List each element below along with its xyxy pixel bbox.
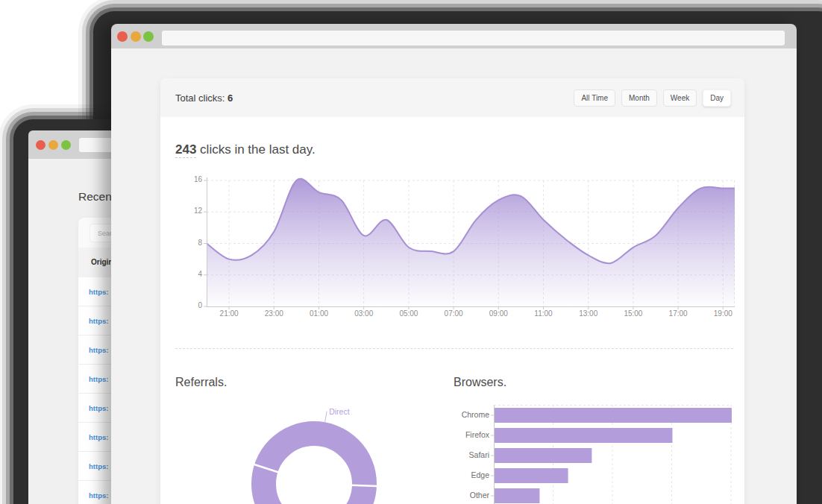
main-browser-window: Total clicks: 6 All TimeMonthWeekDay 243…: [111, 24, 797, 504]
pie-slice-label: Direct: [329, 407, 350, 416]
bar-other: [495, 488, 539, 503]
origin-link[interactable]: https:: [89, 288, 108, 296]
y-axis-tick-label: 4: [175, 270, 202, 278]
y-axis-tick-label: 0: [175, 301, 202, 309]
y-axis-tick-label: 8: [175, 239, 202, 247]
range-button-week[interactable]: Week: [663, 89, 697, 107]
bar-category-label: Safari: [442, 450, 489, 459]
origin-link[interactable]: https:: [89, 462, 108, 470]
bar-edge: [495, 468, 568, 483]
bar-category-label: Chrome: [442, 410, 489, 419]
browsers-title: Browsers.: [454, 376, 506, 389]
x-axis-tick-label: 07:00: [436, 309, 471, 318]
x-axis-tick-label: 21:00: [211, 309, 247, 318]
main-window-content: Total clicks: 6 All TimeMonthWeekDay 243…: [111, 48, 797, 504]
origin-link[interactable]: https:: [89, 433, 108, 441]
x-axis-tick-label: 15:00: [615, 309, 651, 318]
clicks-area-chart: 048121621:0023:0001:0003:0005:0007:0009:…: [207, 176, 735, 307]
y-axis-tick-label: 16: [175, 175, 202, 183]
minimize-icon[interactable]: [131, 31, 141, 42]
origin-link[interactable]: https:: [89, 491, 108, 500]
main-address-bar[interactable]: [162, 31, 785, 45]
bar-category-label: Firefox: [442, 430, 489, 439]
main-window-titlebar: [111, 24, 797, 48]
clicks-text: clicks in the last day.: [196, 142, 315, 157]
x-axis-tick-label: 13:00: [571, 309, 606, 318]
x-axis-tick-label: 09:00: [480, 309, 516, 318]
section-divider: [175, 348, 733, 349]
bar-safari: [495, 448, 592, 463]
minimize-icon[interactable]: [48, 140, 58, 150]
recent-links-heading: Recen: [78, 190, 112, 204]
origin-link[interactable]: https:: [89, 375, 108, 383]
bar-category-label: Edge: [442, 470, 489, 479]
clicks-count: 243: [175, 142, 196, 158]
bar-chrome: [495, 408, 732, 423]
maximize-icon[interactable]: [61, 140, 71, 150]
analytics-card: Total clicks: 6 All TimeMonthWeekDay 243…: [160, 78, 744, 504]
x-axis-tick-label: 17:00: [660, 309, 696, 318]
range-button-day[interactable]: Day: [703, 89, 731, 107]
bar-firefox: [495, 428, 673, 443]
x-axis-tick-label: 03:00: [346, 309, 382, 318]
origin-link[interactable]: https:: [89, 346, 108, 354]
y-axis-tick-label: 12: [175, 207, 202, 215]
origin-link[interactable]: https:: [89, 404, 108, 412]
x-axis-tick-label: 01:00: [301, 309, 337, 318]
x-axis-tick-label: 19:00: [705, 309, 741, 318]
x-axis-tick-label: 23:00: [256, 309, 292, 318]
origin-link[interactable]: https:: [89, 317, 108, 325]
range-button-month[interactable]: Month: [621, 89, 657, 107]
referrals-title: Referrals.: [175, 376, 227, 389]
clicks-headline: 243 clicks in the last day.: [175, 142, 316, 157]
range-button-all-time[interactable]: All Time: [574, 89, 615, 107]
total-clicks-label: Total clicks:: [175, 92, 225, 104]
close-icon[interactable]: [117, 31, 128, 42]
range-buttons: All TimeMonthWeekDay: [568, 89, 731, 107]
total-clicks: Total clicks: 6: [175, 92, 233, 104]
referrals-donut-chart: Direct: [232, 399, 411, 504]
bar-category-label: Other: [442, 491, 489, 500]
analytics-card-header: Total clicks: 6 All TimeMonthWeekDay: [160, 78, 744, 117]
maximize-icon[interactable]: [143, 31, 154, 42]
close-icon[interactable]: [36, 140, 46, 150]
total-clicks-value: 6: [228, 92, 233, 104]
x-axis-tick-label: 05:00: [391, 309, 427, 318]
browsers-bar-chart: ChromeFirefoxSafariEdgeOther: [494, 405, 734, 504]
x-axis-tick-label: 11:00: [526, 309, 562, 318]
